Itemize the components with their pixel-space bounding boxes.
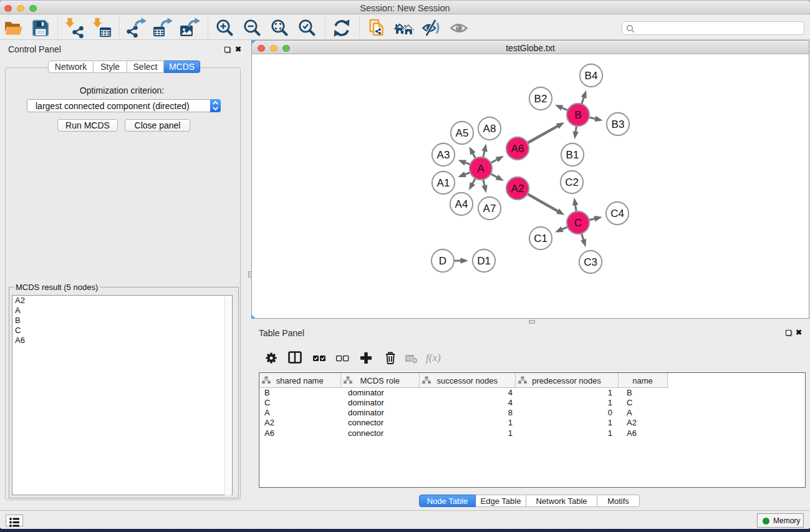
svg-text:B4: B4 — [585, 70, 598, 82]
svg-text:D1: D1 — [477, 255, 491, 267]
svg-text:C1: C1 — [534, 233, 547, 244]
svg-text:A5: A5 — [456, 127, 469, 139]
svg-text:A8: A8 — [483, 123, 496, 135]
svg-text:A: A — [477, 163, 485, 175]
svg-text:D: D — [439, 255, 446, 267]
svg-text:A7: A7 — [483, 203, 496, 215]
svg-text:C: C — [574, 217, 582, 229]
svg-text:A4: A4 — [455, 198, 468, 210]
svg-text:f(x): f(x) — [426, 352, 441, 364]
svg-text:B3: B3 — [612, 118, 625, 130]
svg-text:A1: A1 — [437, 177, 450, 189]
svg-text:B: B — [574, 109, 581, 121]
svg-text:A3: A3 — [437, 149, 450, 161]
svg-text:A2: A2 — [511, 183, 524, 195]
svg-text:B1: B1 — [566, 149, 579, 161]
svg-text:C2: C2 — [565, 177, 579, 188]
svg-text:A6: A6 — [511, 143, 524, 155]
svg-text:C3: C3 — [584, 256, 597, 268]
svg-text:B2: B2 — [534, 93, 547, 105]
svg-text:C4: C4 — [610, 208, 624, 220]
